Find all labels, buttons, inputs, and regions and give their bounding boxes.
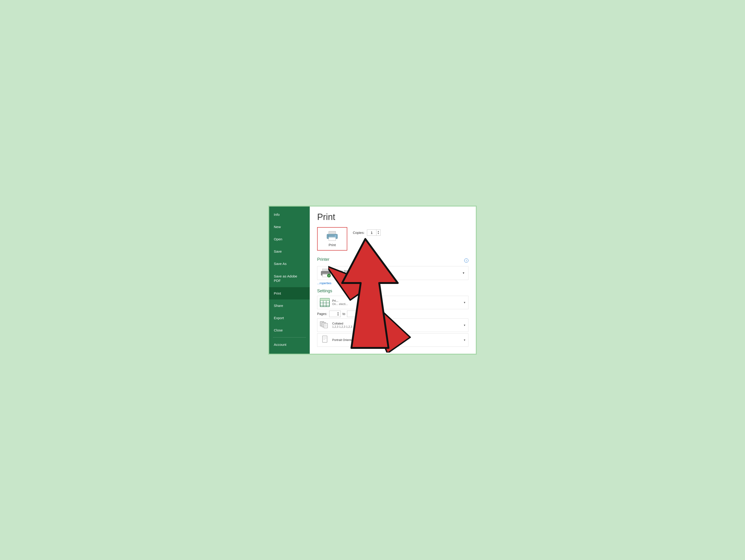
print-table-icon [320, 298, 330, 307]
print-controls: Print Copies: 1 ▲ ▼ [317, 227, 468, 251]
pages-from-up[interactable]: ▲ [337, 312, 339, 314]
sidebar-item-print[interactable]: Print [269, 287, 310, 300]
copies-spinners: ▲ ▼ [377, 230, 380, 235]
copies-label: Copies: [353, 230, 365, 235]
sidebar-item-save-as[interactable]: Save As [269, 257, 310, 270]
svg-rect-19 [323, 298, 326, 301]
collated-text: Collated 1,2,3 1,2,3 1,2,3 [332, 322, 461, 329]
sidebar-item-save[interactable]: Save [269, 245, 310, 257]
collated-dropdown[interactable]: Collated 1,2,3 1,2,3 1,2,3 ▼ [317, 318, 468, 332]
copies-down[interactable]: ▼ [377, 232, 380, 235]
copies-row: Copies: 1 ▲ ▼ [353, 229, 381, 236]
orientation-arrow: ▼ [463, 339, 466, 341]
sidebar-item-new[interactable]: New [269, 221, 310, 233]
sidebar-item-close[interactable]: Close [269, 324, 310, 336]
pages-to-up[interactable]: ▲ [355, 312, 357, 314]
copies-value: 1 [367, 230, 377, 236]
sidebar: Info New Open Save Save As Save as Adobe… [269, 207, 310, 354]
collated-arrow: ▼ [463, 324, 466, 326]
sidebar-item-account[interactable]: Account [269, 338, 310, 351]
sidebar-divider [273, 337, 306, 338]
pages-from-spinners: ▲ ▼ [337, 312, 339, 316]
printer-properties-link[interactable]: ...roperties [317, 281, 468, 285]
printer-status: Re... [334, 273, 459, 276]
main-content: Print Print [310, 207, 476, 354]
svg-rect-6 [322, 269, 329, 272]
orientation-icon [320, 335, 330, 345]
orientation-text: Portrait Orientation [332, 338, 461, 342]
app-window: Info New Open Save Save As Save as Adobe… [268, 206, 477, 355]
svg-rect-27 [322, 336, 327, 342]
sidebar-item-export[interactable]: Export [269, 312, 310, 324]
copies-input[interactable]: 1 ▲ ▼ [367, 229, 381, 236]
svg-rect-23 [324, 323, 328, 328]
print-btn-label: Print [329, 243, 336, 247]
print-button[interactable]: Print [317, 227, 347, 251]
print-what-dropdown[interactable]: Pri... On... electi... ▼ [317, 296, 468, 309]
printer-row: ✓ Se...te 2013 Re... ▼ [317, 266, 468, 280]
orientation-main: Portrait Orientation [332, 338, 461, 342]
sidebar-item-save-as-pdf[interactable]: Save as Adobe PDF [269, 270, 310, 287]
collated-icon [320, 320, 330, 330]
print-what-main: Pri... [332, 299, 461, 303]
collated-sub: 1,2,3 1,2,3 1,2,3 [332, 325, 461, 329]
page-title: Print [317, 212, 468, 222]
pages-to-label: to [343, 312, 346, 316]
printer-section: Printer i ✓ Se...te 2013 R [317, 257, 468, 285]
printer-info: Se...te 2013 Re... [334, 270, 459, 276]
svg-rect-20 [326, 298, 329, 301]
pages-to-spinners: ▲ ▼ [355, 312, 357, 316]
svg-rect-3 [329, 237, 336, 238]
svg-text:✓: ✓ [328, 274, 330, 277]
print-what-sub: On... electi... [332, 303, 461, 306]
printer-icon [326, 231, 338, 241]
info-icon[interactable]: i [464, 258, 468, 262]
sidebar-item-share[interactable]: Share [269, 300, 310, 312]
orientation-dropdown[interactable]: Portrait Orientation ▼ [317, 333, 468, 347]
pages-to-input[interactable]: ▲ ▼ [347, 311, 359, 317]
pages-from-down[interactable]: ▼ [337, 314, 339, 316]
sidebar-item-open[interactable]: Open [269, 233, 310, 245]
pages-label: Pages: [317, 312, 327, 316]
print-what-text: Pri... On... electi... [332, 299, 461, 306]
collated-main: Collated [332, 322, 461, 325]
printer-dropdown-arrow[interactable]: ▼ [462, 272, 465, 275]
print-what-arrow: ▼ [463, 301, 466, 304]
printer-device-icon: ✓ [321, 269, 331, 277]
settings-section-title: Settings [317, 288, 468, 293]
svg-rect-18 [320, 298, 323, 301]
svg-rect-2 [329, 237, 336, 241]
svg-point-5 [328, 236, 329, 237]
pages-row: Pages: ▲ ▼ to ▲ ▼ [317, 311, 468, 317]
pages-to-down[interactable]: ▼ [355, 314, 357, 316]
printer-name: Se...te 2013 [334, 270, 459, 273]
pages-from-input[interactable]: ▲ ▼ [329, 311, 341, 317]
svg-rect-4 [335, 236, 336, 237]
printer-section-title: Printer [317, 257, 329, 262]
sidebar-item-info[interactable]: Info [269, 208, 310, 221]
settings-section: Settings Pri... On... electi [317, 288, 468, 347]
